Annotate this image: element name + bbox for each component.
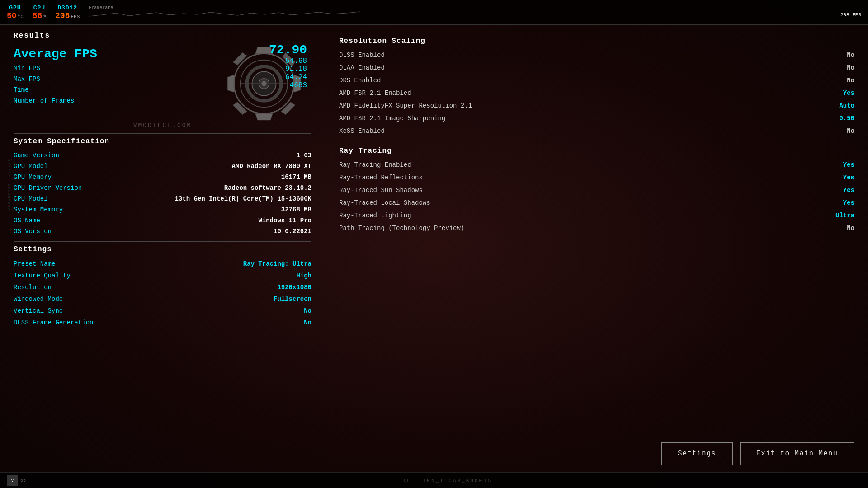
gpu-driver-label: GPU Driver Version <box>14 184 82 192</box>
bottom-center: — ⬡ — TRN_TLCAS_B00095 <box>30 478 857 483</box>
vsync-label: Vertical Sync <box>14 307 63 314</box>
gpu-driver-row: GPU Driver Version Radeon software 23.10… <box>14 183 311 193</box>
xess-enabled-value: No <box>847 127 854 135</box>
os-version-label: OS Version <box>14 228 52 235</box>
amd-fsr-row: AMD FSR 2.1 Enabled Yes <box>339 87 854 99</box>
hud-bar: GPU 50 °C CPU 58 % D3D12 208 FPS Framera… <box>0 0 868 25</box>
resolution-scaling-section: Resolution Scaling DLSS Enabled No DLAA … <box>339 37 854 137</box>
d3d-value: 208 <box>55 11 70 20</box>
preset-value: Ray Tracing: Ultra <box>243 260 311 267</box>
framerate-graph: Framerate 208 FPS <box>89 5 861 19</box>
time-row: Time <box>14 84 221 95</box>
frames-row: Number of Frames <box>14 95 221 106</box>
rt-enabled-row: Ray Tracing Enabled Yes <box>339 159 854 171</box>
system-divider <box>14 241 311 242</box>
texture-row: Texture Quality High <box>14 270 311 282</box>
amd-fsr-sharpening-label: AMD FSR 2.1 Image Sharpening <box>339 115 445 122</box>
rt-reflections-value: Yes <box>843 174 854 181</box>
bottom-left: V 65 <box>7 475 26 486</box>
amd-fsr-sharpening-row: AMD FSR 2.1 Image Sharpening 0.50 <box>339 112 854 125</box>
windowed-value: Fullscreen <box>274 296 311 303</box>
cpu-model-row: CPU Model 13th Gen Intel(R) Core(TM) i5-… <box>14 193 311 204</box>
max-fps-row: Max FPS <box>14 74 221 84</box>
os-name-value: Windows 11 Pro <box>258 217 311 224</box>
gpu-memory-row: GPU Memory 16171 MB <box>14 172 311 183</box>
rt-local-shadows-value: Yes <box>843 199 854 206</box>
frames-label: Number of Frames <box>14 97 74 104</box>
os-version-row: OS Version 10.0.22621 <box>14 226 311 237</box>
texture-value: High <box>296 272 311 279</box>
amd-fidelity-row: AMD FidelityFX Super Resolution 2.1 Auto <box>339 99 854 112</box>
average-fps-row: Average FPS <box>14 45 221 63</box>
gpu-label: GPU <box>9 5 21 11</box>
average-fps-value: 72.90 <box>269 43 307 57</box>
d3d-unit: FPS <box>71 14 80 19</box>
resolution-label: Resolution <box>14 284 52 291</box>
results-section: Results Average FPS Min FPS Max FPS Time <box>14 32 311 129</box>
os-version-value: 10.0.22621 <box>274 228 311 235</box>
dlss-fg-label: DLSS Frame Generation <box>14 319 93 326</box>
rt-sun-shadows-row: Ray-Traced Sun Shadows Yes <box>339 184 854 197</box>
rt-local-shadows-row: Ray-Traced Local Shadows Yes <box>339 197 854 209</box>
dlss-enabled-label: DLSS Enabled <box>339 52 385 59</box>
min-fps-row: Min FPS <box>14 63 221 74</box>
gpu-stat: GPU 50 °C <box>7 5 24 20</box>
rt-local-shadows-label: Ray-Traced Local Shadows <box>339 199 430 206</box>
game-version-value: 1.63 <box>296 152 311 159</box>
vsync-row: Vertical Sync No <box>14 305 311 317</box>
drs-enabled-value: No <box>847 77 854 84</box>
xess-enabled-row: XeSS Enabled No <box>339 125 854 137</box>
os-name-row: OS Name Windows 11 Pro <box>14 215 311 226</box>
average-fps-label: Average FPS <box>14 47 97 61</box>
min-fps-value: 54.68 <box>269 57 307 65</box>
rt-lighting-value: Ultra <box>835 212 854 219</box>
svg-point-9 <box>261 81 266 86</box>
rt-sun-shadows-value: Yes <box>843 187 854 194</box>
time-label: Time <box>14 86 29 94</box>
amd-fsr-value: Yes <box>843 89 854 97</box>
gpu-driver-value: Radeon software 23.10.2 <box>224 184 311 192</box>
fps-stats-col: Average FPS Min FPS Max FPS Time Number … <box>14 45 221 106</box>
path-tracing-label: Path Tracing (Technology Preview) <box>339 225 464 232</box>
gpu-model-value: AMD Radeon RX 7800 XT <box>232 163 311 170</box>
system-memory-row: System Memory 32768 MB <box>14 204 311 215</box>
preset-label: Preset Name <box>14 260 55 267</box>
dlaa-enabled-value: No <box>847 64 854 71</box>
system-title: System Specification <box>14 137 311 145</box>
exit-to-main-menu-button[interactable]: Exit to Main Menu <box>740 442 854 465</box>
windowed-label: Windowed Mode <box>14 296 63 303</box>
cpu-value: 58 <box>33 11 42 20</box>
amd-fsr-sharpening-value: 0.50 <box>839 115 854 122</box>
gpu-model-row: GPU Model AMD Radeon RX 7800 XT <box>14 161 311 172</box>
buttons-area: Settings Exit to Main Menu <box>661 442 854 465</box>
rt-reflections-row: Ray-Traced Reflections Yes <box>339 171 854 184</box>
bottom-bar: V 65 — ⬡ — TRN_TLCAS_B00095 <box>0 472 868 488</box>
path-tracing-value: No <box>847 225 854 232</box>
max-fps-value: 91.18 <box>269 65 307 73</box>
texture-label: Texture Quality <box>14 272 71 279</box>
resolution-value: 868x488 <box>277 284 311 291</box>
settings-button[interactable]: Settings <box>661 442 733 465</box>
gpu-value: 50 <box>7 11 17 20</box>
rt-sun-shadows-label: Ray-Traced Sun Shadows <box>339 187 423 194</box>
cpu-unit: % <box>43 14 46 19</box>
bottom-id: TRN_TLCAS_B00095 <box>423 478 492 483</box>
settings-section: Settings Preset Name Ray Tracing: Ultra … <box>14 245 311 328</box>
rt-enabled-label: Ray Tracing Enabled <box>339 161 411 169</box>
fps-numbers-overlay: 72.90 54.68 91.18 64.24 4683 <box>269 43 307 89</box>
dlss-fg-value: No <box>304 319 311 326</box>
settings-title: Settings <box>14 245 311 253</box>
fps-display-area: Average FPS Min FPS Max FPS Time Number … <box>14 45 311 131</box>
main-content: Results Average FPS Min FPS Max FPS Time <box>0 25 868 488</box>
resolution-scaling-title: Resolution Scaling <box>339 37 854 45</box>
os-name-label: OS Name <box>14 217 40 224</box>
xess-enabled-label: XeSS Enabled <box>339 127 385 135</box>
gpu-model-label: GPU Model <box>14 163 48 170</box>
cpu-model-value: 13th Gen Intel(R) Core(TM) i5-13600K <box>175 195 311 202</box>
dlaa-enabled-label: DLAA Enabled <box>339 64 385 71</box>
path-tracing-row: Path Tracing (Technology Preview) No <box>339 222 854 235</box>
drs-enabled-row: DRS Enabled No <box>339 74 854 87</box>
cpu-stat: CPU 58 % <box>33 5 46 20</box>
scaling-rt-divider <box>339 141 854 141</box>
d3d-stat: D3D12 208 FPS <box>55 5 80 20</box>
